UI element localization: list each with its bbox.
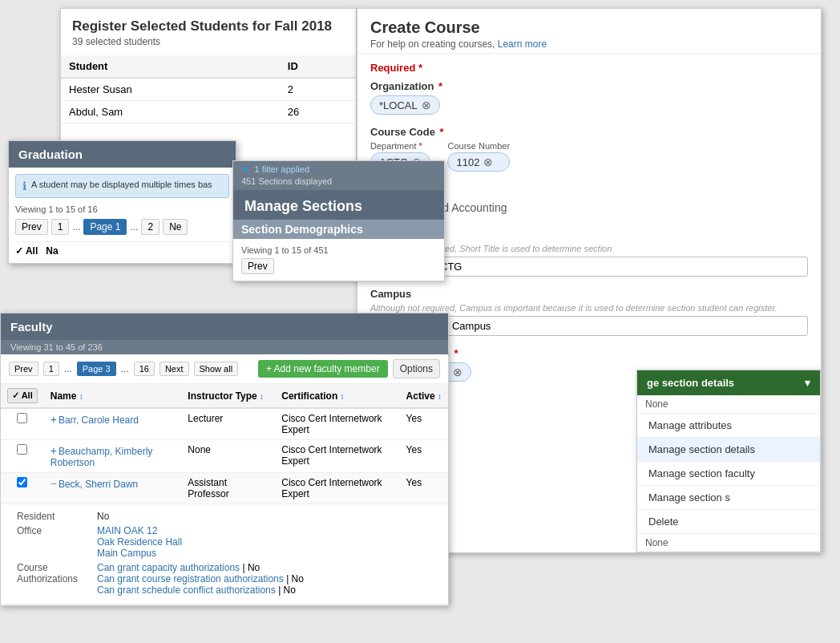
grad-page-1-btn[interactable]: 1 <box>51 219 70 235</box>
faculty-row-type: None <box>181 440 275 473</box>
register-table: Student ID Hester Susan 2 Abdul, Sam 26 <box>61 55 356 123</box>
dropdown-header[interactable]: ge section details ▾ <box>637 370 820 395</box>
manage-prev-btn[interactable]: Prev <box>241 258 274 274</box>
faculty-row-active: Yes <box>400 473 448 504</box>
register-col-id: ID <box>280 55 356 78</box>
office-label: Office <box>17 524 97 560</box>
faculty-name-link[interactable]: Barr, Carole Heard <box>59 415 139 426</box>
faculty-next-btn[interactable]: Next <box>160 362 189 376</box>
campus-note: Although not required, Campus is importa… <box>370 303 808 313</box>
filter-applied-link[interactable]: 1 filter applied <box>255 164 310 174</box>
faculty-row-checkbox[interactable] <box>1 473 44 504</box>
faculty-row-cert: Cisco Cert Internetwork Expert <box>275 440 399 473</box>
grad-prev-btn[interactable]: Prev <box>15 219 48 235</box>
faculty-show-all-btn[interactable]: Show all <box>194 362 239 376</box>
faculty-row-name: +Barr, Carole Heard <box>44 408 182 440</box>
course-number-remove-btn[interactable]: ⊗ <box>483 156 493 168</box>
faculty-col-name: Name ↕ <box>44 384 182 408</box>
faculty-options-btn[interactable]: Options <box>393 359 440 378</box>
course-number-col: Course Number 1102 ⊗ <box>447 141 510 172</box>
organization-tag[interactable]: *LOCAL ⊗ <box>370 95 440 115</box>
collapse-icon[interactable]: − <box>50 477 57 490</box>
faculty-name-link[interactable]: Beck, Sherri Dawn <box>59 479 138 490</box>
register-panel-title: Register Selected Students for Fall 2018 <box>72 18 345 34</box>
register-row: Hester Susan 2 <box>61 78 356 101</box>
register-panel-subtitle: 39 selected students <box>72 36 345 47</box>
auth-link-2[interactable]: Can grant course registration authorizat… <box>97 573 284 584</box>
register-student-id: 26 <box>280 101 356 123</box>
office-link-2[interactable]: Oak Residence Hall <box>97 536 182 548</box>
select-all-checkbox[interactable]: ✓ All <box>7 388 38 403</box>
dropdown-arrow-icon: ▾ <box>805 377 810 389</box>
faculty-row-cert: Cisco Cert Internetwork Expert <box>275 473 399 504</box>
faculty-page-1-btn[interactable]: 1 <box>43 362 59 376</box>
faculty-dots-2: ... <box>121 363 129 374</box>
faculty-panel: Faculty Viewing 31 to 45 of 236 Prev 1 .… <box>0 313 449 606</box>
grad-next-btn[interactable]: Ne <box>163 219 188 235</box>
office-link-3[interactable]: Main Campus <box>97 548 156 559</box>
faculty-detail-authorizations: CourseAuthorizations Can grant capacity … <box>17 560 309 597</box>
manage-sections-title: Manage Sections <box>244 198 433 215</box>
expand-icon[interactable]: + <box>50 444 57 457</box>
resident-value: No <box>97 509 309 524</box>
course-code-label: Course Code * <box>370 126 808 138</box>
info-icon: ℹ <box>22 180 26 192</box>
sections-count: 451 Sections displayed <box>241 176 332 186</box>
faculty-name-link[interactable]: Beauchamp, Kimberly Robertson <box>50 446 153 468</box>
resident-label: Resident <box>17 509 97 524</box>
course-number-label: Course Number <box>447 141 510 151</box>
manage-viewing: Viewing 1 to 15 of 451 <box>241 245 436 255</box>
faculty-row-name: −Beck, Sherri Dawn <box>44 473 182 504</box>
grad-page-2-btn[interactable]: 2 <box>141 219 160 235</box>
graduation-info-text: A student may be displayed multiple time… <box>31 180 212 189</box>
organization-section: Organization * *LOCAL ⊗ <box>370 80 808 115</box>
register-student-name: Abdul, Sam <box>61 101 280 123</box>
graduation-name-col: ✓ All Na <box>15 241 229 257</box>
office-link-1[interactable]: MAIN OAK 12 <box>97 525 157 536</box>
faculty-title: Faculty <box>10 320 53 334</box>
section-demographics-title: Section Demographics <box>241 223 436 236</box>
filter-arrow-icon: ▼ <box>241 164 250 174</box>
learn-more-link[interactable]: Learn more <box>498 38 547 50</box>
office-value: MAIN OAK 12 Oak Residence Hall Main Camp… <box>97 524 309 560</box>
faculty-row-cert: Cisco Cert Internetwork Expert <box>275 408 399 440</box>
faculty-current-page-btn[interactable]: Page 3 <box>77 362 116 376</box>
dropdown-none-top: None <box>637 395 820 414</box>
dropdown-manage-section-s[interactable]: Manage section s <box>637 486 820 510</box>
expand-icon[interactable]: + <box>50 413 57 426</box>
add-faculty-btn[interactable]: + Add new faculty member <box>258 360 388 378</box>
manage-sections-panel: ▼ 1 filter applied 451 Sections displaye… <box>232 160 445 281</box>
auth-link-1[interactable]: Can grant capacity authorizations <box>97 562 240 573</box>
faculty-row-checkbox[interactable] <box>1 408 44 440</box>
dropdown-none-bottom: None <box>637 534 820 552</box>
faculty-row-type: Lecturer <box>181 408 275 440</box>
faculty-viewing: Viewing 31 to 45 of 236 <box>10 342 103 352</box>
faculty-page-16-btn[interactable]: 16 <box>134 362 155 376</box>
faculty-row-expanded: −Beck, Sherri Dawn Assistant Professor C… <box>1 473 448 504</box>
faculty-detail-resident: Resident No <box>17 509 309 524</box>
graduation-title: Graduation <box>18 148 83 161</box>
create-course-help: For help on creating courses, Learn more <box>370 38 808 50</box>
faculty-row-name: +Beauchamp, Kimberly Robertson <box>44 440 182 473</box>
graduation-viewing: Viewing 1 to 15 of 16 <box>15 204 229 214</box>
division-remove-btn[interactable]: ⊗ <box>453 366 462 378</box>
graduation-name-col-label: ✓ All Na <box>15 245 59 257</box>
dropdown-manage-section-faculty[interactable]: Manage section faculty <box>637 462 820 486</box>
faculty-row: +Barr, Carole Heard Lecturer Cisco Cert … <box>1 408 448 440</box>
dropdown-manage-section-details[interactable]: Manage section details <box>637 438 820 462</box>
grad-current-page-btn[interactable]: Page 1 <box>83 219 127 235</box>
section-details-dropdown: ge section details ▾ None Manage attribu… <box>636 370 821 552</box>
faculty-col-type: Instructor Type ↕ <box>181 384 275 408</box>
dropdown-manage-attributes[interactable]: Manage attributes <box>637 414 820 438</box>
grad-dots-2: ... <box>130 221 138 233</box>
org-tag-value: *LOCAL <box>379 99 418 111</box>
register-student-id: 2 <box>280 78 356 101</box>
org-remove-btn[interactable]: ⊗ <box>422 99 431 111</box>
auth-link-3[interactable]: Can grant schedule conflict authorizatio… <box>97 584 276 596</box>
faculty-prev-btn[interactable]: Prev <box>9 362 38 376</box>
faculty-details-row: Resident No Office MAIN OAK 12 Oak Resid… <box>1 504 448 605</box>
faculty-toolbar: Prev 1 ... Page 3 ... 16 Next Show all +… <box>1 354 448 384</box>
dropdown-delete[interactable]: Delete <box>637 510 820 534</box>
course-number-tag[interactable]: 1102 ⊗ <box>447 152 510 172</box>
faculty-row-checkbox[interactable] <box>1 440 44 473</box>
